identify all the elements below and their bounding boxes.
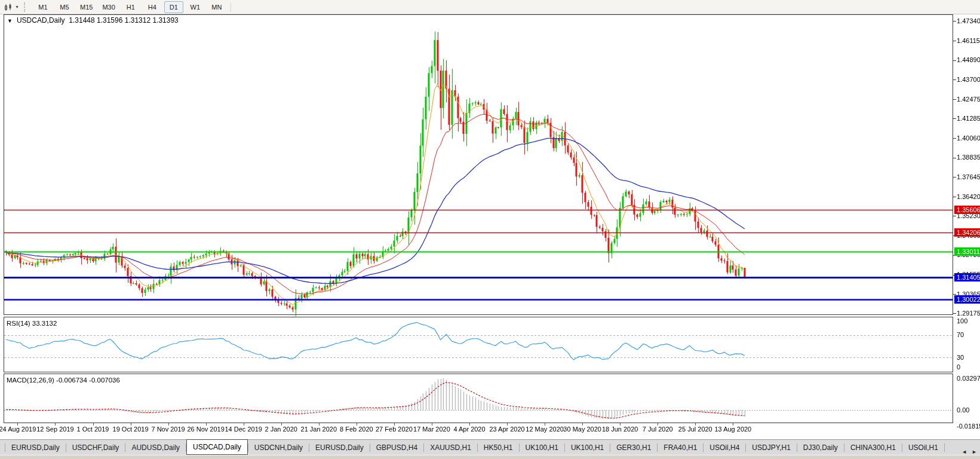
chart-tab-usdcad-daily[interactable]: USDCAD,Daily — [186, 439, 248, 455]
timeframe-button-m1[interactable]: M1 — [33, 1, 53, 13]
chart-tab-fra40-h1[interactable]: FRA40,H1 — [658, 441, 703, 454]
macd-indicator-label: MACD(12,26,9) -0.006734 -0.007036 — [7, 377, 120, 384]
price-line-tag: 1.31405 — [954, 273, 980, 281]
timeframe-button-m30[interactable]: M30 — [99, 1, 118, 13]
price-axis-label: 1.42475 — [957, 96, 980, 103]
chart-tab-audusd-daily[interactable]: AUDUSD,Daily — [125, 441, 186, 454]
rsi-scale-label: 100 — [957, 317, 967, 325]
date-axis-label: 12 Sep 2019 — [36, 426, 73, 433]
status-strip — [0, 455, 980, 459]
timeframe-button-m5[interactable]: M5 — [55, 1, 74, 13]
macd-scale-label: 0.032972 — [957, 375, 980, 382]
chart-tab-gbpusd-h4[interactable]: GBPUSD,H4 — [370, 441, 423, 454]
chart-tab-eurusd-daily[interactable]: EURUSD,Daily — [5, 441, 66, 454]
chart-style-icon[interactable] — [3, 2, 14, 13]
date-axis-label: 23 Apr 2020 — [489, 426, 524, 433]
date-axis-label: 25 Jul 2020 — [678, 426, 712, 433]
price-axis-label: 1.46115 — [957, 37, 980, 44]
price-axis-label: 1.44890 — [957, 56, 980, 63]
date-axis-label: 21 Jan 2020 — [301, 426, 337, 433]
price-axis-label: 1.47340 — [957, 17, 980, 25]
date-axis-label: 17 Mar 2020 — [413, 426, 450, 433]
price-axis-label: 1.37645 — [957, 173, 980, 180]
rsi-indicator-label: RSI(14) 33.3132 — [7, 320, 57, 327]
candlestick-glyph — [4, 3, 13, 11]
chart-tab-usoil-h4[interactable]: USOil,H4 — [703, 441, 745, 454]
date-axis-label: 4 Apr 2020 — [453, 426, 485, 433]
macd-scale-label: -0.018154 — [957, 423, 980, 430]
price-axis-label: 1.38835 — [957, 154, 980, 161]
chart-ohlc-values: 1.31448 1.31596 1.31312 1.31393 — [69, 16, 179, 25]
chart-tab-bar: EURUSD,DailyUSDCHF,DailyAUDUSD,DailyUSDC… — [0, 439, 980, 455]
tab-scroll-right-button[interactable]: ► — [972, 448, 977, 455]
date-axis-label: 26 Nov 2019 — [187, 426, 224, 433]
chart-collapse-icon[interactable]: ▼ — [7, 18, 13, 24]
date-axis-label: 13 Aug 2020 — [714, 426, 751, 433]
toolbar-separator — [231, 2, 231, 12]
chart-style-dropdown-caret[interactable]: ▾ — [14, 2, 20, 13]
price-line-tag: 1.35606 — [954, 206, 980, 214]
tab-scroll-left-button[interactable]: ◄ — [961, 448, 967, 455]
tab-scroll-arrows: ◄ ► — [961, 448, 977, 455]
timeframe-button-m15[interactable]: M15 — [76, 1, 96, 13]
chart-tab-usdjpy-h1[interactable]: USDJPY,H1 — [746, 441, 796, 454]
timeframe-button-mn[interactable]: MN — [207, 1, 226, 13]
chart-tab-china300-h1[interactable]: CHINA300,H1 — [844, 441, 902, 454]
date-axis-label: 19 Oct 2019 — [113, 426, 149, 433]
date-axis-label: 14 Dec 2019 — [225, 426, 262, 433]
date-axis-label: 7 Nov 2019 — [151, 426, 185, 433]
price-line-tag: 1.30022 — [954, 295, 980, 304]
price-line-tag: 1.34206 — [954, 228, 980, 237]
timeframe-button-w1[interactable]: W1 — [186, 1, 205, 13]
timeframe-button-h4[interactable]: H4 — [143, 1, 162, 13]
date-axis-label: 1 Oct 2019 — [77, 426, 109, 433]
chart-canvas[interactable] — [0, 0, 980, 459]
tab-divider — [944, 443, 945, 452]
price-axis-label: 1.36420 — [957, 193, 980, 200]
timeframe-button-d1[interactable]: D1 — [164, 1, 183, 13]
price-axis-label: 1.43700 — [957, 76, 980, 83]
chart-tab-xauusd-h1[interactable]: XAUUSD,H1 — [424, 441, 477, 454]
macd-scale-label: 0.00 — [957, 406, 969, 414]
timeframe-button-group: M1M5M15M30H1H4D1W1MN — [32, 1, 228, 13]
chart-tab-usdchf-daily[interactable]: USDCHF,Daily — [66, 441, 125, 454]
chart-title: ▼USDCAD,Daily 1.31448 1.31596 1.31312 1.… — [7, 16, 179, 25]
chart-tab-dj30-daily[interactable]: DJ30,Daily — [797, 441, 844, 454]
date-axis-label: 2 Jan 2020 — [265, 426, 297, 433]
chart-tab-ger30-h1[interactable]: GER30,H1 — [610, 441, 657, 454]
timeframe-button-h1[interactable]: H1 — [121, 1, 140, 13]
price-axis-label: 1.29175 — [957, 310, 980, 317]
chart-tab-usdcnh-daily[interactable]: USDCNH,Daily — [248, 441, 309, 454]
price-axis-label: 1.40060 — [957, 134, 980, 142]
rsi-scale-label: 0 — [957, 363, 960, 371]
top-toolbar: ▾ M1M5M15M30H1H4D1W1MN — [0, 0, 980, 14]
date-axis-label: 24 Aug 2019 — [0, 426, 36, 433]
rsi-scale-label: 70 — [957, 331, 964, 338]
date-axis-label: 12 May 2020 — [526, 426, 564, 433]
price-axis-label: 1.41285 — [957, 115, 980, 122]
date-axis-label: 7 Jul 2020 — [643, 426, 673, 433]
chart-tab-eurusd-daily[interactable]: EURUSD,Daily — [309, 441, 370, 454]
chart-tab-hk50-h1[interactable]: HK50,H1 — [478, 441, 519, 454]
chart-tab-uk100-h1[interactable]: UK100,H1 — [520, 441, 564, 454]
toolbar-grip[interactable] — [24, 2, 28, 12]
chart-tab-usoil-h1[interactable]: USOil,H1 — [902, 441, 944, 454]
chart-tab-uk100-h1[interactable]: UK100,H1 — [565, 441, 610, 454]
date-axis-label: 8 Feb 2020 — [340, 426, 373, 433]
rsi-scale-label: 30 — [957, 354, 964, 361]
date-axis-label: 27 Feb 2020 — [376, 426, 413, 433]
chart-symbol-label: USDCAD,Daily — [17, 16, 65, 25]
price-line-tag: 1.33011 — [954, 247, 980, 256]
date-axis-label: 18 Jun 2020 — [602, 426, 638, 433]
date-axis-label: 30 May 2020 — [563, 426, 601, 433]
